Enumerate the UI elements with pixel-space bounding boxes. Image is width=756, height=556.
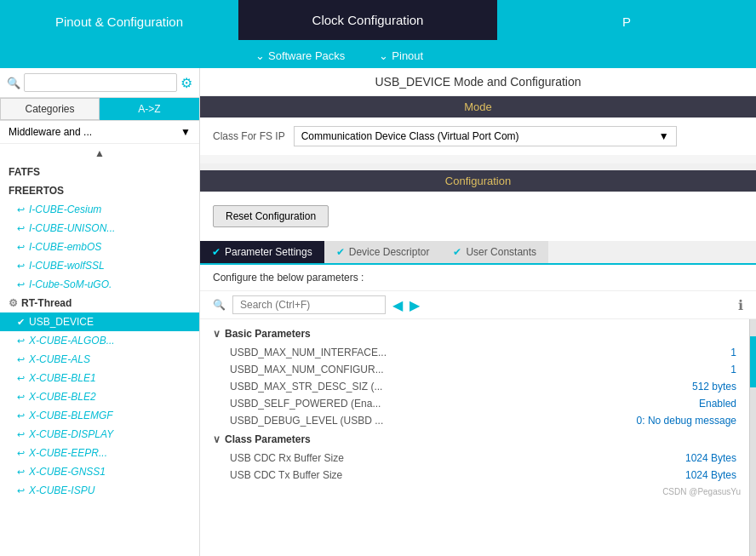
content-title: USB_DEVICE Mode and Configuration [200,68,756,96]
x-cube-display-label: X-CUBE-DISPLAY [29,428,113,440]
middleware-label: Middleware and ... [9,126,92,138]
param-value-usbd-max-str-desc: 512 bytes [692,381,736,393]
settings-gear-icon[interactable]: ⚙ [180,75,192,91]
sidebar-item-x-cube-als[interactable]: ↩ X-CUBE-ALS [0,350,199,369]
params-search-icon: 🔍 [213,299,226,311]
param-name-usbd-self-powered: USBD_SELF_POWERED (Ena... [230,398,699,410]
sidebar-item-icube-cesium[interactable]: ↩ I-CUBE-Cesium [0,200,199,219]
tab-right[interactable]: P [497,0,756,43]
param-name-usbd-debug-level: USBD_DEBUG_LEVEL (USBD ... [230,415,637,427]
tab-categories[interactable]: Categories [0,98,100,120]
tab-clock-config[interactable]: Clock Configuration [238,0,497,43]
params-content: ∨ Basic Parameters USBD_MAX_NUM_INTERFAC… [200,319,749,556]
sidebar-item-icube-unison[interactable]: ↩ I-CUBE-UNISON... [0,219,199,238]
sidebar-item-icube-wolfssl[interactable]: ↩ I-CUBE-wolfSSL [0,256,199,275]
tab-atoz[interactable]: A->Z [100,98,199,120]
sidebar-item-x-cube-ble1[interactable]: ↩ X-CUBE-BLE1 [0,369,199,387]
params-search-input[interactable] [232,295,386,314]
param-row-cdc-tx-buffer: USB CDC Tx Buffer Size 1024 Bytes [200,467,749,484]
tab-user-constants-label: User Constants [466,246,536,258]
search-input[interactable] [24,73,177,92]
search-icon: 🔍 [7,77,20,89]
sidebar-item-icube-som-ugo[interactable]: ↩ I-Cube-SoM-uGO. [0,275,199,294]
param-row-usbd-max-num-interface: USBD_MAX_NUM_INTERFACE... 1 [200,344,749,361]
tab-clock-label: Clock Configuration [312,13,424,27]
sidebar-item-icube-embos[interactable]: ↩ I-CUBE-embOS [0,238,199,256]
check-icon-descriptor: ✔ [336,246,345,258]
info-icon[interactable]: ℹ [738,297,743,313]
link-icon-cesium: ↩ [17,204,25,215]
link-icon-display: ↩ [17,429,25,440]
class-params-label: Class Parameters [225,433,311,445]
mode-select-dropdown-icon: ▼ [659,130,669,142]
tab-device-descriptor[interactable]: ✔ Device Descriptor [324,241,442,263]
x-cube-ispu-label: X-CUBE-ISPU [29,484,94,496]
param-value-usbd-max-num-configur: 1 [730,364,736,375]
param-row-usbd-max-str-desc: USBD_MAX_STR_DESC_SIZ (... 512 bytes [200,378,749,395]
second-nav: ⌄ Software Packs ⌄ Pinout [0,43,756,68]
sidebar-category-tabs: Categories A->Z [0,98,199,121]
link-icon-eepr: ↩ [17,448,25,459]
spacer [200,155,756,163]
nav-software-packs[interactable]: ⌄ Software Packs [238,49,362,62]
param-value-usbd-self-powered: Enabled [699,398,736,410]
pinout-arrow-icon: ⌄ [379,49,388,62]
param-value-cdc-rx-buffer: 1024 Bytes [685,452,736,464]
usb-device-label: USB_DEVICE [29,316,94,328]
search-prev-icon[interactable]: ◀ [392,297,403,313]
fatfs-label: FATFS [9,166,40,178]
reset-btn-container: Reset Configuration [200,192,756,241]
scroll-up-button[interactable]: ▲ [0,144,199,163]
sidebar-item-x-cube-gnss1[interactable]: ↩ X-CUBE-GNSS1 [0,462,199,481]
sidebar-item-x-cube-ble2[interactable]: ↩ X-CUBE-BLE2 [0,387,199,406]
tab-user-constants[interactable]: ✔ User Constants [441,241,548,263]
link-icon-gnss1: ↩ [17,467,25,478]
link-icon-ble1: ↩ [17,373,25,384]
class-params-section[interactable]: ∨ Class Parameters [200,429,749,450]
config-section-label: Configuration [445,175,511,187]
reset-config-button[interactable]: Reset Configuration [213,205,329,227]
watermark: CSDN @PegasusYu [200,484,749,500]
sidebar-item-rt-thread[interactable]: ⚙ RT-Thread [0,294,199,312]
basic-params-label: Basic Parameters [225,328,311,340]
param-name-usbd-max-str-desc: USBD_MAX_STR_DESC_SIZ (... [230,381,692,393]
x-cube-ble1-label: X-CUBE-BLE1 [29,372,96,384]
scrollbar-thumb[interactable] [750,336,756,387]
sidebar-item-fatfs[interactable]: FATFS [0,163,199,181]
param-value-usbd-max-num-interface: 1 [730,347,736,358]
config-section-header: Configuration [200,170,756,192]
sidebar-search-bar: 🔍 ⚙ [0,68,199,98]
tab-right-label: P [622,14,631,29]
class-params-chevron-icon: ∨ [213,433,220,445]
check-icon-user-constants: ✔ [453,246,461,258]
basic-params-section[interactable]: ∨ Basic Parameters [200,324,749,344]
sidebar-item-list: ▲ FATFS FREERTOS ↩ I-CUBE-Cesium ↩ I-CUB… [0,144,199,556]
sidebar-item-x-cube-algob[interactable]: ↩ X-CUBE-ALGOB... [0,331,199,350]
sidebar-item-x-cube-ispu[interactable]: ↩ X-CUBE-ISPU [0,481,199,500]
sidebar-item-x-cube-blemgf[interactable]: ↩ X-CUBE-BLEMGF [0,406,199,425]
tab-parameter-settings[interactable]: ✔ Parameter Settings [200,241,324,263]
link-icon-ble2: ↩ [17,392,25,403]
mode-section-header: Mode [200,96,756,118]
middleware-dropdown[interactable]: Middleware and ... ▼ [0,121,199,144]
param-row-usbd-self-powered: USBD_SELF_POWERED (Ena... Enabled [200,395,749,412]
check-icon-usb-device: ✔ [17,317,25,328]
sidebar-item-usb-device[interactable]: ✔ USB_DEVICE [0,312,199,331]
sidebar-item-freertos[interactable]: FREERTOS [0,181,199,200]
param-name-usbd-max-num-configur: USBD_MAX_NUM_CONFIGUR... [230,364,730,375]
nav-pinout[interactable]: ⌄ Pinout [362,49,440,62]
param-value-usbd-debug-level: 0: No debug message [637,415,736,427]
sidebar-item-x-cube-eepr[interactable]: ↩ X-CUBE-EEPR... [0,444,199,462]
search-next-icon[interactable]: ▶ [410,297,420,313]
class-for-fs-ip-select[interactable]: Communication Device Class (Virtual Port… [294,126,677,146]
icube-wolfssl-label: I-CUBE-wolfSSL [29,260,105,272]
sidebar-item-x-cube-display[interactable]: ↩ X-CUBE-DISPLAY [0,425,199,444]
param-row-usbd-debug-level: USBD_DEBUG_LEVEL (USBD ... 0: No debug m… [200,412,749,429]
pinout-label: Pinout [392,49,423,62]
basic-params-chevron-icon: ∨ [213,328,220,340]
link-icon-algob: ↩ [17,335,25,347]
tab-pinout-config[interactable]: Pinout & Configuration [0,0,238,43]
class-for-fs-ip-label: Class For FS IP [213,130,285,142]
right-scrollbar[interactable] [749,319,756,556]
x-cube-eepr-label: X-CUBE-EEPR... [29,447,107,459]
